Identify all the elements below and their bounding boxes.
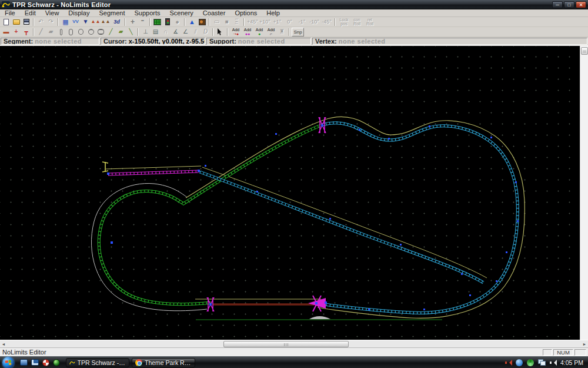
network-tray-icon[interactable]	[538, 359, 546, 366]
media-app-icon[interactable]	[42, 359, 49, 366]
add-track-node-button[interactable]: Add ➝●	[230, 28, 242, 37]
menu-item[interactable]: Segment	[94, 9, 129, 17]
minimize-button[interactable]: ─	[552, 1, 563, 8]
menu-item[interactable]: Edit	[20, 9, 41, 17]
terrain-editor-button[interactable]	[152, 18, 162, 26]
toolbar-separator	[33, 18, 34, 26]
menu-item[interactable]: Options	[230, 9, 262, 17]
tube-button[interactable]	[66, 28, 76, 37]
angled-support-2-button[interactable]: ∠	[181, 28, 191, 37]
taskbar-button-nolimits[interactable]: TPR Schwarz - NoLi...	[66, 358, 129, 367]
arch-support-button[interactable]: ∩	[161, 28, 171, 37]
support-node-button[interactable]: +	[11, 28, 21, 37]
view-3d-button[interactable]: 3d	[111, 18, 123, 26]
angle-button[interactable]: +1°	[271, 18, 283, 26]
vertical-scrollbar-thumb[interactable]	[581, 47, 588, 55]
toolbar-separator	[335, 18, 336, 26]
wood-box-button[interactable]: ▰	[116, 28, 126, 37]
update-tray-icon[interactable]	[516, 359, 523, 366]
menu-item[interactable]: Help	[262, 9, 285, 17]
footer-tool-button[interactable]: ▬	[1, 28, 11, 37]
horizontal-scrollbar-thumb[interactable]	[223, 341, 349, 347]
environment-button[interactable]: ●	[172, 18, 182, 26]
fill-tool-button[interactable]: ■	[222, 18, 232, 26]
switch-windows-icon[interactable]	[31, 359, 39, 366]
relative-roll-button[interactable]: relRoll	[363, 18, 376, 26]
spine-diagonal	[202, 167, 487, 278]
vertical-scrollbar[interactable]	[580, 46, 588, 340]
volume-tray-icon[interactable]	[549, 359, 557, 366]
menu-item[interactable]: Scenery	[165, 9, 198, 17]
new-file-button[interactable]	[1, 18, 11, 26]
terrain-view-button[interactable]: ▲▲	[91, 18, 101, 26]
open-file-button[interactable]	[11, 18, 21, 26]
lock-pos-button[interactable]: Lockpos	[338, 18, 350, 26]
prefab-support-button[interactable]: ♜	[277, 28, 287, 37]
pan-tool-button[interactable]: +	[128, 18, 138, 26]
angled-support-button[interactable]: ∡	[171, 28, 181, 37]
angle-button[interactable]: +10°	[259, 18, 271, 26]
angle-button[interactable]: 0°	[283, 18, 296, 26]
editor-canvas[interactable]	[0, 46, 588, 340]
select-tool-button[interactable]	[215, 28, 225, 37]
angled-support-2-icon: ∠	[183, 29, 188, 35]
curved-beam-button[interactable]: D	[201, 28, 211, 37]
solid-view-button[interactable]: ▼	[81, 18, 91, 26]
flatten-tool-button[interactable]: ⁼	[138, 18, 148, 26]
signals-button[interactable]	[162, 18, 172, 26]
truss-icon: ▤	[153, 29, 158, 35]
angle-button[interactable]: -10°	[308, 18, 320, 26]
scroll-right-arrow[interactable]: ►	[581, 340, 588, 348]
menu-item[interactable]: Coaster	[198, 9, 230, 17]
add-segment-node-button[interactable]: Add ●●	[242, 28, 253, 37]
textured-terrain-button[interactable]: ▲▲	[101, 18, 111, 26]
menu-item[interactable]: Display	[64, 9, 94, 17]
antivirus-tray-icon[interactable]	[527, 359, 534, 366]
angle-button[interactable]: -1°	[296, 18, 308, 26]
save-button[interactable]	[21, 18, 31, 26]
wood-beam-button[interactable]: ╱	[106, 28, 116, 37]
hourglass-tool-button[interactable]: Ξ	[232, 18, 242, 26]
horizontal-scrollbar[interactable]: ◄ ►	[0, 340, 588, 347]
maximize-button[interactable]: □	[564, 1, 574, 8]
snap-toggle-button[interactable]: Snp	[292, 28, 304, 37]
tube-thin-button[interactable]	[56, 28, 66, 37]
menu-item[interactable]: Supports	[129, 9, 165, 17]
toolbar-separator	[243, 18, 245, 26]
support-flange-button[interactable]: ┳	[21, 28, 31, 37]
redo-button[interactable]: ↷	[46, 18, 56, 26]
add-free-node-button[interactable]: Add ⌐	[265, 28, 277, 37]
vertical-post-button[interactable]: ⊥	[141, 28, 151, 37]
tube-round-button[interactable]	[76, 28, 86, 37]
menu-item[interactable]: View	[41, 9, 64, 17]
slanted-beam-button[interactable]: ⫽	[191, 28, 201, 37]
angle-button[interactable]: +45°	[246, 18, 259, 26]
terrain-mound	[309, 316, 330, 319]
taskbar-button-browser[interactable]: Theme Park Review ...	[132, 358, 195, 367]
grid-toggle-button[interactable]: ▦	[61, 18, 71, 26]
start-button[interactable]	[2, 357, 14, 368]
wood-box-icon: ▰	[119, 29, 123, 35]
box-beam-button[interactable]: ▰	[46, 28, 56, 37]
truss-tower-button[interactable]: ▤	[151, 28, 161, 37]
texture-tool-button[interactable]	[197, 18, 207, 26]
toolbar-separator	[227, 28, 228, 36]
add-support-node-button[interactable]: Add ●	[253, 28, 265, 37]
scroll-left-arrow[interactable]: ◄	[0, 340, 7, 348]
toolbar-separator	[125, 18, 126, 26]
close-button[interactable]: ✕	[576, 1, 586, 8]
pyramid-tool-button[interactable]: ▲	[187, 18, 197, 26]
angle-button[interactable]: -45°	[320, 18, 333, 26]
continuous-roll-button[interactable]: conRoll	[350, 18, 363, 26]
window-tool-button[interactable]: ▭	[212, 18, 222, 26]
steel-beam-button[interactable]: ╱	[36, 28, 46, 37]
wood-brace-button[interactable]: ╲	[126, 28, 136, 37]
barrel-button[interactable]	[96, 28, 106, 37]
tube-wide-button[interactable]	[86, 28, 96, 37]
show-desktop-icon[interactable]	[20, 359, 28, 366]
wireframe-view-button[interactable]: VV	[71, 18, 81, 26]
media-player-icon[interactable]	[53, 359, 60, 366]
menu-item[interactable]: File	[0, 9, 20, 17]
volume-muted-icon[interactable]	[505, 359, 512, 366]
undo-button[interactable]: ↶	[36, 18, 46, 26]
